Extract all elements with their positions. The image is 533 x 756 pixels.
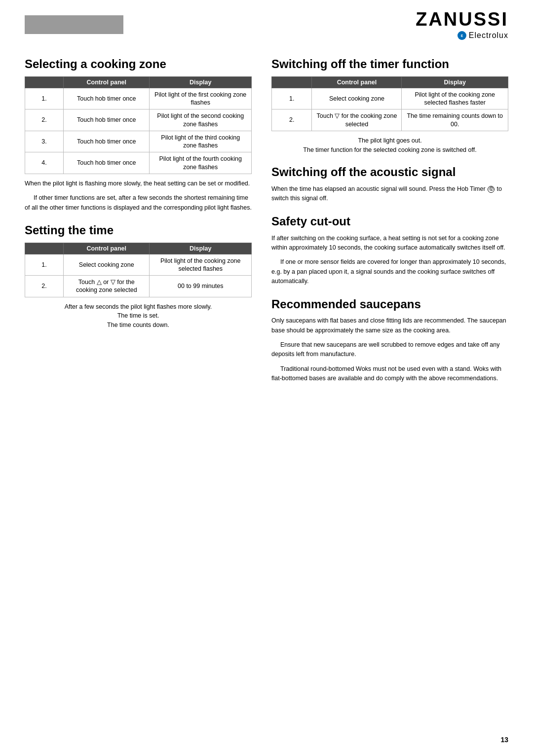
- table-row: 1. Select cooking zone Pilot light of th…: [272, 88, 508, 109]
- selecting-title: Selecting a cooking zone: [25, 57, 252, 72]
- setting-time-section: Setting the time Control panel Display 1…: [25, 223, 252, 330]
- switch-th-num: [272, 76, 312, 88]
- setting-row1-control: Select cooking zone: [64, 254, 150, 276]
- setting-time-table: Control panel Display 1. Select cooking …: [25, 243, 252, 297]
- row3-num: 3.: [25, 131, 64, 152]
- setting-th-control: Control panel: [64, 243, 150, 254]
- safety-body1: If after switching on the cooking surfac…: [271, 234, 508, 253]
- main-content: Selecting a cooking zone Control panel D…: [0, 45, 533, 409]
- electrolux-icon: E: [457, 31, 466, 40]
- setting-row2-num: 2.: [25, 276, 64, 297]
- row1-num: 1.: [25, 88, 64, 109]
- row1-control: Touch hob timer once: [64, 88, 150, 109]
- switch-timer-table: Control panel Display 1. Select cooking …: [271, 76, 508, 131]
- left-column: Selecting a cooking zone Control panel D…: [25, 57, 266, 395]
- setting-row2-control: Touch △ or ▽ for the cooking zone select…: [64, 276, 150, 297]
- setting-row2-display: 00 to 99 minutes: [150, 276, 252, 297]
- selecting-th-num: [25, 76, 64, 88]
- row4-display: Pilot light of the fourth cooking zone f…: [150, 152, 252, 174]
- safety-section: Safety cut-out If after switching on the…: [271, 215, 508, 287]
- switch-timer-title: Switching off the timer function: [271, 57, 508, 72]
- acoustic-body: When the time has elapsed an acoustic si…: [271, 184, 508, 204]
- saucepans-body2: Ensure that new saucepans are well scrub…: [271, 340, 508, 360]
- row3-display: Pilot light of the third cooking zone fl…: [150, 131, 252, 152]
- hob-timer-symbol: ⑫: [488, 186, 495, 193]
- switch-timer-footer: The pilot light goes out. The timer func…: [271, 136, 508, 155]
- right-column: Switching off the timer function Control…: [266, 57, 508, 395]
- row1-display: Pilot light of the first cooking zone fl…: [150, 88, 252, 109]
- saucepans-body3: Traditional round-bottomed Woks must not…: [271, 364, 508, 384]
- acoustic-section: Switching off the acoustic signal When t…: [271, 165, 508, 204]
- row3-control: Touch hob timer once: [64, 131, 150, 152]
- switch-timer-section: Switching off the timer function Control…: [271, 57, 508, 154]
- electrolux-text: Electrolux: [469, 31, 508, 40]
- setting-row1-display: Pilot light of the cooking zone selected…: [150, 254, 252, 276]
- switch-footer-line1: The pilot light goes out.: [271, 136, 508, 145]
- selecting-body1: When the pilot light is flashing more sl…: [25, 179, 252, 188]
- switch-th-control: Control panel: [312, 76, 402, 88]
- selecting-th-control: Control panel: [64, 76, 150, 88]
- brand-zanussi: ZANUSSI: [416, 9, 508, 30]
- saucepans-section: Recommended saucepans Only saucepans wit…: [271, 297, 508, 384]
- table-row: 4. Touch hob timer once Pilot light of t…: [25, 152, 252, 174]
- footer-line2: The time is set.: [25, 311, 252, 321]
- table-row: 2. Touch hob timer once Pilot light of t…: [25, 109, 252, 131]
- switch-th-display: Display: [402, 76, 508, 88]
- switch-footer-line2: The timer function for the selected cook…: [271, 145, 508, 155]
- page-wrapper: ZANUSSI E Electrolux Selecting a cooking…: [0, 0, 533, 756]
- row4-num: 4.: [25, 152, 64, 174]
- switch-row1-control: Select cooking zone: [312, 88, 402, 109]
- switch-row1-num: 1.: [272, 88, 312, 109]
- safety-body2: If one or more sensor fields are covered…: [271, 257, 508, 286]
- switch-row2-num: 2.: [272, 109, 312, 131]
- table-row: 2. Touch ▽ for the cooking zone selected…: [272, 109, 508, 131]
- row2-display: Pilot light of the second cooking zone f…: [150, 109, 252, 131]
- saucepans-body1: Only saucepans with flat bases and close…: [271, 316, 508, 335]
- table-row: 2. Touch △ or ▽ for the cooking zone sel…: [25, 276, 252, 297]
- setting-time-footer: After a few seconds the pilot light flas…: [25, 302, 252, 330]
- table-row: 1. Touch hob timer once Pilot light of t…: [25, 88, 252, 109]
- row2-num: 2.: [25, 109, 64, 131]
- selecting-table: Control panel Display 1. Touch hob timer…: [25, 76, 252, 174]
- saucepans-title: Recommended saucepans: [271, 297, 508, 312]
- setting-time-title: Setting the time: [25, 223, 252, 238]
- switch-row2-display: The time remaining counts down to 00.: [402, 109, 508, 131]
- selecting-cooking-zone-section: Selecting a cooking zone Control panel D…: [25, 57, 252, 213]
- switch-row2-control: Touch ▽ for the cooking zone selected: [312, 109, 402, 131]
- svg-text:E: E: [460, 34, 463, 37]
- selecting-body2: If other timer functions are set, after …: [25, 193, 252, 213]
- footer-line3: The time counts down.: [25, 321, 252, 330]
- brand-electrolux: E Electrolux: [457, 31, 508, 40]
- row2-control: Touch hob timer once: [64, 109, 150, 131]
- header: ZANUSSI E Electrolux: [0, 0, 533, 45]
- table-row: 1. Select cooking zone Pilot light of th…: [25, 254, 252, 276]
- setting-row1-num: 1.: [25, 254, 64, 276]
- setting-th-display: Display: [150, 243, 252, 254]
- safety-title: Safety cut-out: [271, 215, 508, 229]
- row4-control: Touch hob timer once: [64, 152, 150, 174]
- setting-th-num: [25, 243, 64, 254]
- brand-block: ZANUSSI E Electrolux: [416, 9, 508, 40]
- table-row: 3. Touch hob timer once Pilot light of t…: [25, 131, 252, 152]
- footer-line1: After a few seconds the pilot light flas…: [25, 302, 252, 312]
- header-gray-bar: [25, 15, 123, 34]
- acoustic-title: Switching off the acoustic signal: [271, 165, 508, 180]
- switch-row1-display: Pilot light of the cooking zone selected…: [402, 88, 508, 109]
- page-number: 13: [500, 736, 508, 744]
- selecting-th-display: Display: [150, 76, 252, 88]
